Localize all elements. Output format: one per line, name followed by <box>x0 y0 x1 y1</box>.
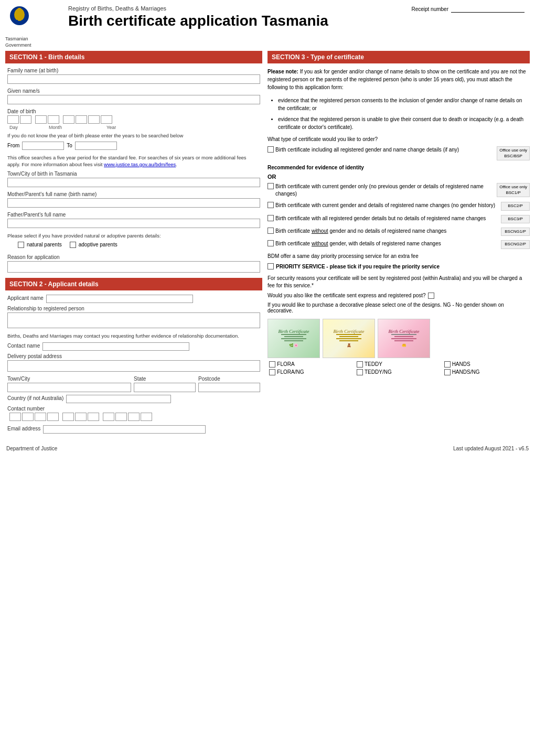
cert-checkbox-bsc-bsp[interactable] <box>268 146 274 153</box>
given-names-label: Given name/s <box>7 88 260 94</box>
adoptive-parents-checkbox[interactable] <box>70 242 76 248</box>
teddy-checkbox[interactable] <box>357 361 363 368</box>
office-use-bsc2p: BSC2/P <box>501 202 530 210</box>
cert-thumb-teddy[interactable]: Birth Certificate 🧸 <box>323 319 375 358</box>
country-input[interactable] <box>66 395 171 403</box>
svg-point-2 <box>17 8 22 13</box>
town-city-input[interactable] <box>7 383 131 392</box>
office-use-bscng1p: BSCNG1/P <box>501 228 530 236</box>
cert-checkbox-bscng2p[interactable] <box>268 240 274 246</box>
father-input[interactable] <box>7 219 260 228</box>
dob-month1[interactable] <box>35 115 47 124</box>
delivery-input[interactable] <box>7 360 260 372</box>
dob-month2[interactable] <box>48 115 59 124</box>
adoptive-parents-label: adoptive parents <box>79 242 117 247</box>
section3-please-note: Please note: If you ask for gender and/o… <box>268 68 530 91</box>
email-label: Email address <box>7 426 40 431</box>
teddy-label: TEDDY <box>365 361 382 367</box>
section2-header: SECTION 2 - Applicant details <box>5 278 262 290</box>
phone-box9[interactable] <box>115 413 127 421</box>
cert-check-hands-ng: HANDS/NG <box>444 369 528 375</box>
phone-box11[interactable] <box>141 413 152 421</box>
natural-parents-row: natural parents <box>18 242 62 248</box>
cert-checks-row1: FLORA TEDDY HANDS <box>268 361 530 368</box>
postcode-input[interactable] <box>198 383 260 392</box>
dob-month-label: Month <box>49 125 106 130</box>
please-note-text: If you ask for gender and/or change of n… <box>268 69 526 90</box>
hands-ng-checkbox[interactable] <box>444 369 451 375</box>
section3-bullets: evidence that the registered person cons… <box>268 96 530 131</box>
dob-year1[interactable] <box>63 115 74 124</box>
cert-option-bsc1p: Birth certificate with current gender on… <box>268 183 530 198</box>
applicant-name-input[interactable] <box>46 295 193 303</box>
teddy-ng-checkbox[interactable] <box>357 369 363 375</box>
country-label: Country (if not Australia) <box>7 395 63 401</box>
cert-label-bscng2p: Birth certificate without gender, with d… <box>275 240 499 247</box>
contact-number-label: Contact number <box>7 406 260 412</box>
fees-link[interactable]: www.justice.tas.gov.au/bdm/fees <box>104 161 176 167</box>
town-city-label: Town/City <box>7 376 131 382</box>
year-range-note: If you do not know the year of birth ple… <box>7 132 260 139</box>
cert-thumb-flora[interactable]: Birth Certificate 🌿🌸 <box>268 319 320 358</box>
receipt-input[interactable] <box>451 5 525 13</box>
family-name-label: Family name (at birth) <box>7 68 260 73</box>
email-input[interactable] <box>43 425 206 434</box>
cert-check-hands: HANDS <box>444 361 528 368</box>
flora-ng-checkbox[interactable] <box>269 369 275 375</box>
to-input[interactable] <box>75 142 117 150</box>
cert-option-bsc-bsp: Birth certificate including all register… <box>268 146 530 160</box>
priority-checkbox[interactable] <box>268 263 274 269</box>
dob-year-label: Year <box>106 125 148 130</box>
phone-box3[interactable] <box>35 413 46 421</box>
dob-day2[interactable] <box>20 115 31 124</box>
town-label: Town/City of birth in Tasmania <box>7 171 260 177</box>
cert-thumb-hands[interactable]: Birth Certificate 🤲 <box>378 319 430 358</box>
phone-box10[interactable] <box>128 413 140 421</box>
state-label: State <box>134 376 196 382</box>
state-input[interactable] <box>134 383 196 392</box>
town-input[interactable] <box>7 178 260 187</box>
dob-year4[interactable] <box>101 115 112 124</box>
mother-input[interactable] <box>7 198 260 208</box>
flora-checkbox[interactable] <box>269 361 275 368</box>
footer-right: Last updated August 2021 - v6.5 <box>453 446 529 451</box>
given-names-input[interactable] <box>7 95 260 104</box>
cert-question: What type of certificate would you like … <box>268 136 530 142</box>
cert-checkbox-bsc1p[interactable] <box>268 183 274 189</box>
delivery-label: Delivery postal address <box>7 353 260 359</box>
natural-parents-label: natural parents <box>27 242 62 247</box>
reason-input[interactable] <box>7 261 260 273</box>
hands-checkbox[interactable] <box>444 361 451 368</box>
express-checkbox[interactable] <box>428 293 434 299</box>
dob-year2[interactable] <box>76 115 87 124</box>
reason-label: Reason for application <box>7 254 260 260</box>
flora-ng-label: FLORA/NG <box>277 369 304 375</box>
cert-checkbox-bsc2p[interactable] <box>268 202 274 208</box>
contact-name-input[interactable] <box>42 342 189 351</box>
cert-checkbox-bsc3p[interactable] <box>268 215 274 221</box>
phone-box7[interactable] <box>88 413 99 421</box>
from-input[interactable] <box>22 142 64 150</box>
relationship-input[interactable] <box>7 312 260 328</box>
express-label: Would you also like the certificate sent… <box>268 293 426 298</box>
priority-row: PRIORITY SERVICE - please tick if you re… <box>268 263 530 271</box>
cert-option-bscng1p: Birth certificate without gender and no … <box>268 228 530 236</box>
section3-header: SECTION 3 - Type of certificate <box>268 51 530 63</box>
dob-year3[interactable] <box>88 115 100 124</box>
receipt-label: Receipt number <box>411 6 448 12</box>
family-name-input[interactable] <box>7 74 260 84</box>
phone-box2[interactable] <box>22 413 34 421</box>
natural-parents-checkbox[interactable] <box>18 242 24 248</box>
dob-day1[interactable] <box>7 115 19 124</box>
recommended-text: Recommended for evidence of identity <box>268 165 530 170</box>
phone-box6[interactable] <box>75 413 87 421</box>
phone-box1[interactable] <box>9 413 21 421</box>
phone-box4[interactable] <box>47 413 59 421</box>
cert-checkbox-bscng1p[interactable] <box>268 228 274 234</box>
phone-box8[interactable] <box>103 413 114 421</box>
phone-box5[interactable] <box>62 413 74 421</box>
cert-thumb-teddy-inner: Birth Certificate 🧸 <box>331 327 366 350</box>
bdm-note: BDM offer a same day priority processing… <box>268 253 530 259</box>
svg-rect-3 <box>16 20 18 22</box>
cert-checks-row2: FLORA/NG TEDDY/NG HANDS/NG <box>268 369 530 375</box>
